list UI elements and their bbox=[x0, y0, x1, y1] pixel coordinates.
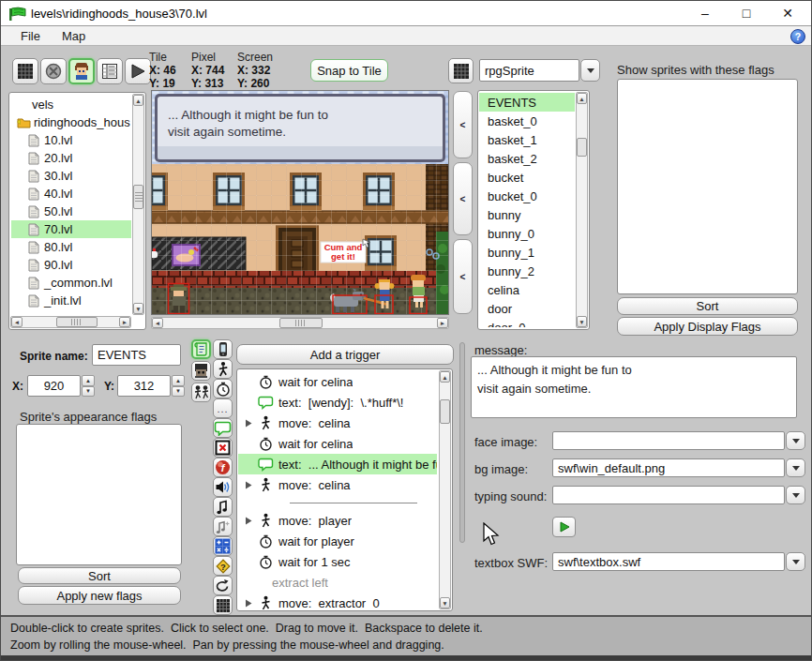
scroll-left-button[interactable]: ◄ bbox=[11, 317, 23, 327]
tree-item-30-lvl[interactable]: 30.lvl bbox=[11, 167, 131, 185]
sprite-list-item-door[interactable]: door bbox=[479, 299, 575, 318]
collision-tool[interactable] bbox=[40, 58, 67, 84]
scroll-thumb[interactable] bbox=[577, 138, 587, 157]
scroll-thumb[interactable] bbox=[133, 185, 143, 209]
expand-arrow-icon[interactable] bbox=[242, 517, 255, 525]
appearance-sort-button[interactable]: Sort bbox=[18, 567, 181, 584]
trigger-item[interactable]: move: extractor_0 bbox=[238, 593, 437, 609]
tree-item-20-lvl[interactable]: 20.lvl bbox=[11, 149, 131, 167]
dots-tool[interactable]: ... bbox=[213, 398, 233, 418]
sprite-list-item-door-0[interactable]: door_0 bbox=[479, 318, 575, 327]
display-flags-listbox[interactable] bbox=[617, 79, 798, 294]
tile-palette-button[interactable] bbox=[448, 58, 474, 83]
minimize-button[interactable]: – bbox=[691, 1, 719, 25]
tree-item-50-lvl[interactable]: 50.lvl bbox=[11, 203, 131, 220]
scroll-down-button[interactable]: ▼ bbox=[133, 303, 143, 314]
sprite-list-item-basket-1[interactable]: basket_1 bbox=[479, 130, 575, 149]
speech-tool[interactable] bbox=[213, 418, 233, 438]
maximize-button[interactable]: □ bbox=[732, 1, 760, 25]
sprite-list-item-basket-2[interactable]: basket_2 bbox=[479, 149, 575, 168]
tree-item-ridinghoods-hous[interactable]: ridinghoods_hous bbox=[11, 113, 131, 131]
y-input[interactable] bbox=[117, 375, 171, 397]
typing-sound-input[interactable] bbox=[552, 486, 785, 504]
play-tool[interactable] bbox=[125, 58, 151, 84]
tree-item-vels[interactable]: vels bbox=[11, 96, 131, 113]
grid-tool[interactable] bbox=[213, 595, 233, 615]
add-trigger-button[interactable]: Add a trigger bbox=[236, 344, 454, 365]
trigger-item[interactable]: move: celina bbox=[238, 413, 437, 433]
textbox-swf-dropdown-arrow[interactable] bbox=[786, 552, 805, 571]
step-down-icon[interactable]: ▼ bbox=[172, 386, 185, 398]
sprite-tool[interactable] bbox=[68, 58, 95, 84]
textbox-swf-input[interactable] bbox=[552, 552, 785, 571]
appearance-flags-listbox[interactable] bbox=[16, 424, 182, 565]
trigger-item[interactable]: move: player bbox=[238, 510, 437, 531]
step-up-icon[interactable]: ▲ bbox=[172, 375, 185, 386]
sprite-name-input[interactable] bbox=[92, 344, 181, 366]
music-tool[interactable] bbox=[213, 497, 233, 517]
apply-new-flags-button[interactable]: Apply new flags bbox=[18, 586, 181, 605]
pan-left-button-3[interactable]: < bbox=[453, 239, 473, 314]
typing-sound-dropdown-arrow[interactable] bbox=[786, 486, 805, 504]
scroll-up-button[interactable]: ▲ bbox=[440, 371, 450, 383]
help-icon[interactable]: ? bbox=[790, 29, 805, 44]
scroll-right-button[interactable]: ► bbox=[119, 317, 130, 327]
x-input[interactable] bbox=[27, 375, 81, 397]
list-tool[interactable] bbox=[97, 58, 123, 84]
pan-left-button-1[interactable]: < bbox=[453, 91, 473, 158]
display-flags-sort-button[interactable]: Sort bbox=[617, 297, 798, 315]
step-down-icon[interactable]: ▼ bbox=[82, 386, 95, 398]
snap-to-tile-button[interactable]: Snap to Tile bbox=[310, 59, 388, 82]
canvas-hscrollbar[interactable]: ◄ ► bbox=[151, 317, 449, 329]
close-button[interactable]: ✕ bbox=[774, 1, 802, 25]
menu-map[interactable]: Map bbox=[62, 29, 85, 43]
tree-item-90-lvl[interactable]: 90.lvl bbox=[11, 256, 131, 274]
sprite-head-tool[interactable] bbox=[191, 361, 211, 381]
trigger-item[interactable]: move: celina bbox=[238, 474, 437, 495]
sprite-list-item-bucket[interactable]: bucket bbox=[479, 168, 575, 187]
scroll-thumb[interactable] bbox=[440, 399, 450, 424]
sound-tool[interactable] bbox=[213, 477, 233, 497]
scroll-thumb[interactable] bbox=[56, 317, 98, 327]
face-image-input[interactable] bbox=[552, 431, 785, 450]
bg-image-dropdown-arrow[interactable] bbox=[786, 458, 805, 477]
trigger-item[interactable]: extract left bbox=[238, 572, 437, 593]
scroll-down-button[interactable]: ▼ bbox=[440, 597, 450, 608]
sprite-list-item-bunny-1[interactable]: bunny_1 bbox=[479, 243, 575, 262]
trigger-item[interactable]: text: ... Although it might be fu bbox=[238, 454, 437, 474]
script-tool[interactable] bbox=[191, 339, 211, 359]
tree-item-70-lvl[interactable]: 70.lvl bbox=[11, 220, 131, 238]
math-tool[interactable] bbox=[213, 536, 233, 556]
level-canvas[interactable]: Cum and get it! ... Although it might be… bbox=[151, 90, 449, 315]
scroll-down-button[interactable]: ▼ bbox=[577, 316, 587, 327]
sprite-list-item-events[interactable]: EVENTS bbox=[479, 93, 575, 112]
tree-item-40-lvl[interactable]: 40.lvl bbox=[11, 185, 131, 203]
music-alt-tool[interactable] bbox=[213, 517, 233, 536]
preview-play-button[interactable] bbox=[552, 517, 576, 537]
tree-item-80-lvl[interactable]: 80.lvl bbox=[11, 238, 131, 256]
sprite-list-item-celina[interactable]: celina bbox=[479, 280, 575, 299]
scroll-thumb[interactable] bbox=[279, 318, 323, 328]
file-tree-hscrollbar[interactable]: ◄ ► bbox=[10, 316, 131, 328]
sprite-list-item-bunny-0[interactable]: bunny_0 bbox=[479, 224, 575, 243]
expand-arrow-icon[interactable] bbox=[242, 599, 255, 608]
sprite-list-vscrollbar[interactable]: ▲ ▼ bbox=[576, 92, 588, 328]
tile-grid-tool[interactable] bbox=[12, 58, 38, 84]
sprite-list-item-bunny[interactable]: bunny bbox=[479, 205, 575, 224]
sprite-list-item-basket-0[interactable]: basket_0 bbox=[479, 112, 575, 130]
expand-arrow-icon[interactable] bbox=[242, 419, 255, 428]
scroll-right-button[interactable]: ► bbox=[437, 318, 448, 328]
tree-item-10-lvl[interactable]: 10.lvl bbox=[11, 131, 131, 149]
x-stepper[interactable]: ▲▼ bbox=[82, 375, 95, 397]
sprite-list-item-bucket-0[interactable]: bucket_0 bbox=[479, 187, 575, 205]
sprite-class-dropdown-arrow[interactable] bbox=[580, 59, 600, 82]
walk-tool[interactable] bbox=[213, 359, 233, 379]
trigger-item[interactable]: wait for celina bbox=[238, 433, 437, 454]
question-tool[interactable]: ? bbox=[213, 556, 233, 576]
expand-arrow-icon[interactable] bbox=[242, 481, 255, 489]
bg-image-input[interactable] bbox=[552, 458, 785, 477]
tree-item--common-lvl[interactable]: _common.lvl bbox=[11, 274, 131, 292]
trigger-item[interactable]: wait for 1 sec bbox=[238, 551, 437, 572]
delete-tool[interactable] bbox=[213, 438, 233, 458]
sprite-list-item-bunny-2[interactable]: bunny_2 bbox=[479, 262, 575, 280]
